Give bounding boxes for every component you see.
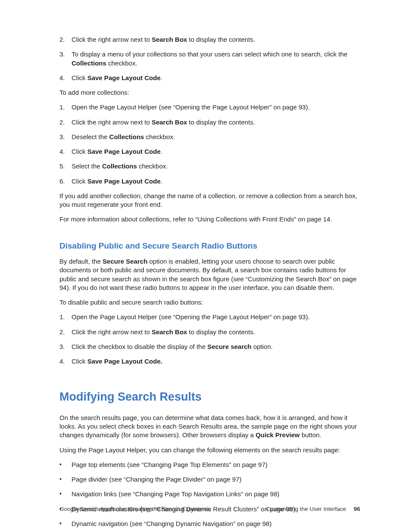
page-footer: Google Search Appliance: Creating the Se…	[59, 506, 360, 512]
list-item: 6. Click Save Page Layout Code.	[59, 177, 360, 186]
paragraph: To add more collections:	[59, 88, 360, 97]
bullet-list: • Page top elements (see “Changing Page …	[59, 460, 360, 528]
list-number: 4.	[59, 74, 72, 82]
list-text: Open the Page Layout Helper (see “Openin…	[72, 313, 360, 321]
list-number: 4.	[59, 357, 72, 366]
heading-modifying-search-results: Modifying Search Results	[59, 389, 360, 404]
list-text: Navigation links (see “Changing Page Top…	[72, 490, 360, 498]
list-item: 1. Open the Page Layout Helper (see “Ope…	[59, 313, 360, 321]
list-item: 4. Click Save Page Layout Code.	[59, 74, 360, 82]
list-item: 3. Deselect the Collections checkbox.	[59, 133, 360, 141]
list-text: Click Save Page Layout Code.	[72, 147, 360, 156]
list-text: Dynamic navigation (see “Changing Dynami…	[72, 520, 360, 528]
paragraph: For more information about collections, …	[59, 215, 360, 224]
list-item: 4. Click Save Page Layout Code.	[59, 357, 360, 366]
bullet-icon: •	[59, 475, 72, 484]
list-text: Click Save Page Layout Code.	[72, 357, 360, 366]
list-number: 3.	[59, 133, 72, 141]
list-item: 1. Open the Page Layout Helper (see “Ope…	[59, 103, 360, 112]
list-item: • Page top elements (see “Changing Page …	[59, 460, 360, 469]
list-item: • Page divider (see “Changing the Page D…	[59, 475, 360, 484]
page-number: 96	[354, 506, 360, 512]
paragraph: If you add another collection, change th…	[59, 192, 360, 209]
bullet-icon: •	[59, 460, 72, 469]
paragraph: By default, the Secure Search option is …	[59, 257, 360, 292]
list-number: 1.	[59, 103, 72, 112]
list-item: 3. To display a menu of your collections…	[59, 50, 360, 68]
list-item: 4. Click Save Page Layout Code.	[59, 147, 360, 156]
list-number: 4.	[59, 147, 72, 156]
list-item: 5. Select the Collections checkbox.	[59, 162, 360, 171]
list-item: 2. Click the right arrow next to Search …	[59, 118, 360, 127]
list-number: 2.	[59, 328, 72, 336]
paragraph: On the search results page, you can dete…	[59, 414, 360, 440]
list-text: Click the right arrow next to Search Box…	[72, 118, 360, 127]
footer-section-label: Customizing the User Interface	[266, 506, 346, 512]
document-page: 2. Click the right arrow next to Search …	[0, 0, 411, 532]
list-item: 3. Click the checkbox to disable the dis…	[59, 342, 360, 351]
list-item: • Dynamic navigation (see “Changing Dyna…	[59, 520, 360, 528]
footer-section: Customizing the User Interface 96	[266, 506, 360, 512]
list-text: Deselect the Collections checkbox.	[72, 133, 360, 141]
list-text: Click Save Page Layout Code.	[72, 74, 360, 82]
list-text: Page top elements (see “Changing Page To…	[72, 460, 360, 469]
ordered-list-2: 1. Open the Page Layout Helper (see “Ope…	[59, 103, 360, 186]
list-text: To display a menu of your collections so…	[72, 50, 360, 68]
ordered-list-3: 1. Open the Page Layout Helper (see “Ope…	[59, 313, 360, 366]
list-text: Select the Collections checkbox.	[72, 162, 360, 171]
paragraph: Using the Page Layout Helper, you can ch…	[59, 446, 360, 454]
list-text: Click the right arrow next to Search Box…	[72, 35, 360, 44]
list-text: Click Save Page Layout Code.	[72, 177, 360, 186]
list-number: 3.	[59, 342, 72, 351]
list-item: 2. Click the right arrow next to Search …	[59, 328, 360, 336]
list-text: Page divider (see “Changing the Page Div…	[72, 475, 360, 484]
list-text: Click the checkbox to disable the displa…	[72, 342, 360, 351]
list-number: 2.	[59, 118, 72, 127]
list-number: 1.	[59, 313, 72, 321]
list-text: Click the right arrow next to Search Box…	[72, 328, 360, 336]
list-item: • Navigation links (see “Changing Page T…	[59, 490, 360, 498]
page-content: 2. Click the right arrow next to Search …	[59, 35, 360, 528]
heading-disabling-radio-buttons: Disabling Public and Secure Search Radio…	[59, 240, 360, 252]
list-number: 6.	[59, 177, 72, 186]
list-number: 3.	[59, 50, 72, 68]
list-number: 5.	[59, 162, 72, 171]
bullet-icon: •	[59, 520, 72, 528]
list-number: 2.	[59, 35, 72, 44]
footer-doc-title: Google Search Appliance: Creating the Se…	[59, 506, 211, 512]
ordered-list-1: 2. Click the right arrow next to Search …	[59, 35, 360, 82]
list-item: 2. Click the right arrow next to Search …	[59, 35, 360, 44]
paragraph: To disable public and secure search radi…	[59, 298, 360, 307]
bullet-icon: •	[59, 490, 72, 498]
list-text: Open the Page Layout Helper (see “Openin…	[72, 103, 360, 112]
